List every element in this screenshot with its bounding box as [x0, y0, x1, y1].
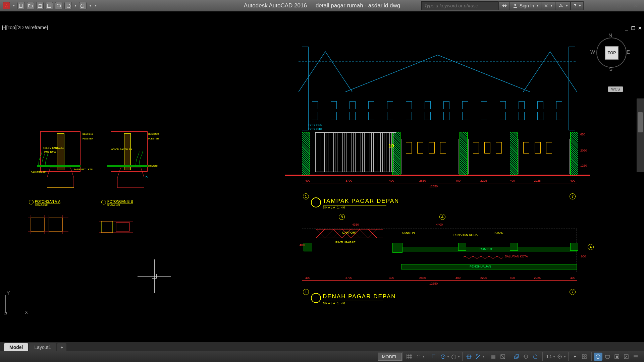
- help-button[interactable]: ?▾: [571, 1, 584, 10]
- status-bar: MODEL ▾ ▾ ▾ ▾ 1:1 ▾ ▾ +: [0, 351, 644, 362]
- snap-mode-button[interactable]: [414, 353, 423, 361]
- dim-plan-right: 4400: [436, 223, 443, 226]
- save-button[interactable]: [36, 2, 44, 9]
- plan-dim-side-1: 600: [581, 255, 586, 258]
- svg-point-13: [420, 355, 420, 356]
- drawing-maximize-button[interactable]: ❐: [631, 25, 636, 31]
- svg-point-4: [514, 4, 516, 6]
- svg-rect-2: [57, 5, 61, 7]
- plan-rumput: RUMPUT: [480, 247, 493, 251]
- file-name: detail pagar rumah - asdar.id.dwg: [316, 2, 400, 9]
- search-input[interactable]: [421, 1, 498, 10]
- plan-scale: SKALA 1:40: [323, 302, 346, 305]
- hardware-accel-button[interactable]: [603, 353, 612, 361]
- plan-title-circle: [311, 293, 321, 303]
- svg-rect-23: [582, 355, 584, 356]
- units-button[interactable]: [580, 353, 589, 361]
- dim-r2: 2050: [580, 149, 587, 152]
- gate: [315, 132, 396, 172]
- dim-r1: 650: [580, 133, 585, 136]
- vertical-scrollbar[interactable]: [637, 99, 644, 172]
- viewcube-top-face[interactable]: TOP: [605, 46, 619, 60]
- plan-saluran: SALURAN KOTA: [505, 255, 528, 258]
- bubble-7-plan: 7: [570, 289, 576, 295]
- exchange-apps-button[interactable]: ✕▾: [541, 1, 555, 10]
- tab-layout1[interactable]: Layout1: [29, 343, 56, 351]
- plan-penghijauan: PENGHIJAUAN: [470, 265, 491, 268]
- osnap-button[interactable]: [465, 353, 473, 361]
- plot-button[interactable]: [55, 2, 62, 9]
- minimize-button[interactable]: ─: [594, 0, 610, 11]
- section-aa-title: POTONGAN A-A: [35, 200, 60, 203]
- viewcube-north[interactable]: N: [608, 32, 612, 38]
- svg-point-22: [559, 356, 560, 357]
- dynamic-ucs-button[interactable]: [531, 353, 540, 361]
- drawing-canvas[interactable]: [-][Top][2D Wireframe] _ ❐ ✕ TOP N S E W…: [0, 11, 644, 342]
- section-bb-title: POTONGAN B-B: [107, 200, 133, 203]
- transparency-button[interactable]: [498, 353, 507, 361]
- svg-point-27: [596, 355, 600, 359]
- saveas-button[interactable]: [46, 2, 53, 9]
- isolate-objects-button[interactable]: [612, 353, 621, 361]
- bubble-7-elev: 7: [570, 193, 576, 199]
- redo-button[interactable]: [79, 2, 87, 9]
- drawing-close-button[interactable]: ✕: [637, 25, 643, 31]
- svg-rect-8: [31, 218, 44, 231]
- a360-button[interactable]: ▾: [555, 1, 571, 10]
- plan-pintu: PINTU PAGAR: [335, 241, 356, 244]
- scrollbar-thumb[interactable]: [638, 112, 643, 132]
- polar-button[interactable]: [439, 353, 447, 361]
- selection-cycling-button[interactable]: [512, 353, 521, 361]
- svg-rect-11: [116, 223, 129, 231]
- app-menu-dropdown[interactable]: ▾: [12, 4, 15, 7]
- sign-in-button[interactable]: Sign In ▾: [510, 1, 541, 10]
- wcs-label[interactable]: WCS: [608, 86, 623, 92]
- svg-rect-1: [39, 4, 41, 5]
- annotation-monitor-button[interactable]: +: [571, 353, 579, 361]
- svg-rect-10: [101, 221, 113, 233]
- status-model-button[interactable]: MODEL: [378, 353, 402, 361]
- tab-add[interactable]: +: [57, 343, 66, 351]
- redo-dropdown[interactable]: ▾: [89, 4, 92, 7]
- bubble-b: B: [339, 214, 345, 220]
- svg-point-14: [417, 358, 418, 358]
- clean-screen-button[interactable]: [622, 353, 631, 361]
- dim-total-elev: 12650: [429, 185, 438, 188]
- svg-rect-30: [616, 356, 618, 358]
- plan-kanstin: KANSTIN: [402, 231, 415, 235]
- customization-button[interactable]: [631, 353, 640, 361]
- section-aa: BESI Ø10 PLESTER KOLOM BANTALAN PAS. BAT…: [30, 131, 97, 205]
- undo-dropdown[interactable]: ▾: [74, 4, 77, 7]
- ortho-button[interactable]: [429, 353, 438, 361]
- workspace-button[interactable]: [555, 353, 564, 361]
- title-bar: A ▾ ▾ ▾ ▾ Autodesk AutoCAD 2016 detail p…: [0, 0, 644, 11]
- app-menu-button[interactable]: A: [3, 2, 10, 9]
- qat-customize-dropdown[interactable]: ▾: [94, 4, 97, 7]
- viewcube-south[interactable]: S: [609, 66, 612, 72]
- plan-taman: TAMAN: [493, 231, 503, 235]
- infocenter-button[interactable]: [498, 1, 510, 10]
- 3dosnap-button[interactable]: [522, 353, 530, 361]
- viewport-label[interactable]: [-][Top][2D Wireframe]: [2, 25, 48, 30]
- elev-title-circle: [311, 197, 321, 207]
- isodraft-button[interactable]: [449, 353, 458, 361]
- open-button[interactable]: [27, 2, 34, 9]
- drawing-minimize-button[interactable]: _: [624, 25, 629, 31]
- maximize-button[interactable]: ☐: [610, 0, 627, 11]
- new-button[interactable]: [17, 2, 25, 9]
- viewcube-east[interactable]: E: [627, 49, 630, 55]
- svg-rect-24: [585, 355, 586, 356]
- viewcube[interactable]: TOP N S E W: [590, 32, 631, 72]
- rebar-label-1: BESI Ø25: [309, 123, 322, 127]
- svg-rect-9: [49, 218, 62, 231]
- lineweight-button[interactable]: [489, 353, 498, 361]
- viewcube-west[interactable]: W: [590, 49, 595, 55]
- tab-model[interactable]: Model: [4, 343, 28, 351]
- annotation-scale-button[interactable]: 1:1: [545, 353, 553, 361]
- undo-button[interactable]: [64, 2, 72, 9]
- close-button[interactable]: ✕: [627, 0, 644, 11]
- grid-button[interactable]: [405, 353, 414, 361]
- svg-rect-0: [19, 4, 22, 8]
- quick-properties-button[interactable]: [594, 353, 602, 361]
- otrack-button[interactable]: [474, 353, 483, 361]
